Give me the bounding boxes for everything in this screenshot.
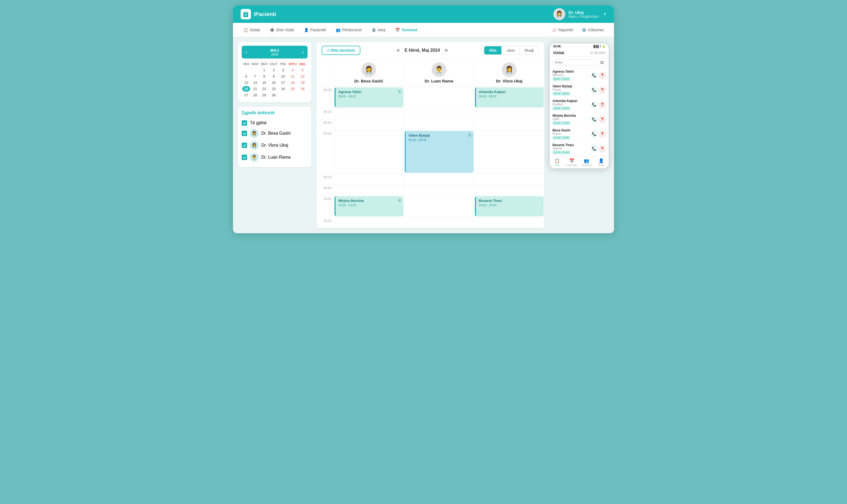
nav-item-terminet[interactable]: 📅 Terminet — [391, 26, 421, 34]
mini-calendar: ‹ MAJ 2024 › HEN MAR MER ENJT PR — [238, 42, 311, 102]
doctor-item-besa[interactable]: 👩‍⚕️ Dr. Besa Gashi — [242, 127, 308, 139]
cal-day-29[interactable]: 29 — [260, 92, 268, 98]
nav-item-arka[interactable]: 🏦 Arka — [368, 26, 390, 34]
nav-item-cilesimet[interactable]: ⚙️ Cilësimet — [578, 26, 608, 34]
calendar-next-button[interactable]: › — [302, 50, 304, 55]
appointment-valon[interactable]: Valon Bytyqi ☰ 09:00 - 09:40 — [405, 131, 473, 173]
mobile-call-button-4[interactable]: 📞 — [591, 116, 598, 123]
mobile-search-input[interactable] — [553, 59, 597, 65]
doctor-col-avatar-besa: 👩‍⚕️ — [361, 62, 376, 77]
cal-day-6[interactable]: 6 — [242, 73, 250, 79]
slot-luan-0900: Valon Bytyqi ☰ 09:00 - 09:40 — [404, 130, 474, 174]
cal-day-13[interactable]: 13 — [242, 80, 250, 86]
cal-day-11[interactable]: 11 — [287, 73, 298, 79]
cal-day-7[interactable]: 7 — [251, 73, 259, 79]
mobile-nav-kalendari[interactable]: 📅 Kalendari — [564, 157, 579, 168]
mobile-patient-info-4: Mirjeta Berisha Gjilan 11:00 – 11:20 — [553, 114, 591, 125]
mobile-patient-2: Valon Bytyqi Prizren 05:24 – 09:44 📞 📍 — [550, 83, 609, 97]
time-label-0840: 08:40 — [316, 120, 334, 130]
cal-day-1[interactable]: 1 — [260, 67, 268, 73]
cal-day-28[interactable]: 28 — [251, 92, 259, 98]
view-day-button[interactable]: Dita — [484, 46, 501, 54]
cal-day-14[interactable]: 14 — [251, 80, 259, 86]
checkbox-luan[interactable] — [242, 155, 247, 160]
appointment-arbenita[interactable]: Arbenita Kajtazi 08:00 - 08:20 — [475, 87, 544, 108]
prev-date-button[interactable]: < — [397, 48, 400, 53]
mobile-call-button-3[interactable]: 📞 — [591, 101, 598, 108]
calendar-prev-button[interactable]: ‹ — [246, 50, 247, 55]
cal-day-26[interactable]: 26 — [298, 86, 307, 92]
cal-day-18[interactable]: 18 — [287, 80, 298, 86]
cal-day-10[interactable]: 10 — [279, 73, 287, 79]
appointment-agnesa[interactable]: Agnesa Tahiri ☰ 08:00 - 08:20 — [335, 87, 403, 108]
mobile-location-button-5[interactable]: 📍 — [599, 131, 606, 138]
nav-item-shto-vizte[interactable]: ➕ Shto Vizitë — [266, 26, 298, 34]
cal-day-empty — [298, 92, 307, 98]
cal-day-9[interactable]: 9 — [269, 73, 279, 79]
cal-day-2[interactable]: 2 — [269, 67, 279, 73]
cal-day-24[interactable]: 24 — [279, 86, 287, 92]
cal-day-23[interactable]: 23 — [269, 86, 279, 92]
doctor-item-all[interactable]: Të gjithë — [242, 119, 308, 127]
add-appointment-button[interactable]: + Shto terminin — [322, 46, 360, 55]
cal-day-12[interactable]: 12 — [298, 73, 307, 79]
mobile-patient-info-1: Agnesa Tahiri Mitrovicë 09:44 – 09:04 — [553, 70, 591, 81]
nav-label-vizitat: Vizitat — [250, 28, 260, 32]
cal-day-21[interactable]: 21 — [251, 86, 259, 92]
view-month-button[interactable]: Muaji — [520, 46, 539, 54]
nav-item-perdoruesit[interactable]: 👥 Përdoruesit — [332, 26, 365, 34]
time-label-1000: 10:00 — [316, 196, 334, 217]
user-dropdown-arrow[interactable]: ▼ — [603, 12, 607, 16]
mobile-call-button-5[interactable]: 📞 — [591, 131, 598, 138]
mobile-location-button-4[interactable]: 📍 — [599, 116, 606, 123]
mobile-call-button-2[interactable]: 📞 — [591, 87, 598, 94]
cal-day-30[interactable]: 30 — [269, 92, 279, 98]
mobile-nav-profili[interactable]: 👤 Profili — [594, 157, 609, 168]
cal-day-22[interactable]: 22 — [260, 86, 268, 92]
appointment-menu-icon-agnesa[interactable]: ☰ — [398, 90, 401, 94]
doctor-select: Zgjedh doktorët Të gjithë 👩‍⚕️ Dr. Besa … — [238, 107, 311, 167]
appointment-mirjeta[interactable]: Mirjeta Berisha ☰ 10:00 - 10:20 — [335, 196, 403, 216]
appointment-menu-icon-valon[interactable]: ☰ — [468, 133, 471, 137]
mobile-location-button-3[interactable]: 📍 — [599, 101, 606, 108]
nav-item-vizitat[interactable]: 📋 Vizitat — [239, 26, 264, 34]
view-week-button[interactable]: Java — [502, 46, 520, 54]
appointment-besarta[interactable]: Besarta Thaci 10:00 - 10:20 — [475, 196, 544, 216]
mobile-nav-pacientet[interactable]: 👥 Pacientët — [579, 157, 594, 168]
time-row-0940: 09:40 — [316, 185, 544, 196]
checkbox-all[interactable] — [242, 120, 247, 126]
cal-day-25[interactable]: 25 — [287, 86, 298, 92]
next-date-button[interactable]: > — [445, 48, 448, 53]
mobile-call-button-6[interactable]: 📞 — [591, 145, 598, 152]
appointment-menu-icon-mirjeta[interactable]: ☰ — [398, 198, 401, 202]
mobile-location-button-2[interactable]: 📍 — [599, 87, 606, 94]
mobile-location-button-6[interactable]: 📍 — [599, 145, 606, 152]
mobile-patient-name-6: Besarta Thaci — [553, 143, 591, 147]
cal-day-4[interactable]: 4 — [287, 67, 298, 73]
cal-day-19[interactable]: 19 — [298, 80, 307, 86]
doctor-item-vlora[interactable]: 👩‍⚕️ Dr. Vlora Ukaj — [242, 139, 308, 151]
checkbox-vlora[interactable] — [242, 143, 247, 148]
calendar-week-4: 20 21 22 23 24 25 26 — [242, 86, 307, 92]
mobile-patient-name-1: Agnesa Tahiri — [553, 70, 591, 73]
cal-day-3[interactable]: 3 — [279, 67, 287, 73]
mobile-patient-info-6: Besarta Thaci Gjakovë 12:20 – 12:40 — [553, 143, 591, 154]
mobile-location-button-1[interactable]: 📍 — [599, 72, 606, 79]
cal-day-27[interactable]: 27 — [242, 92, 250, 98]
cal-day-17[interactable]: 17 — [279, 80, 287, 86]
cal-day-8[interactable]: 8 — [260, 73, 268, 79]
nav-item-raportet[interactable]: 📈 Raportet — [548, 26, 577, 34]
cal-day-15[interactable]: 15 — [260, 80, 268, 86]
nav-item-pacientet[interactable]: 👤 Pacientët — [300, 26, 330, 34]
mobile-scan-button[interactable]: ⊡ — [598, 58, 606, 66]
cal-day-16[interactable]: 16 — [269, 80, 279, 86]
cal-day-20-today[interactable]: 20 — [242, 86, 250, 92]
day-header-mar: MAR — [251, 62, 259, 67]
mobile-nav-sot[interactable]: 📋 Sot — [550, 157, 564, 168]
doctor-item-luan[interactable]: 👨‍⚕️ Dr. Luan Rama — [242, 151, 308, 163]
time-row-0840: 08:40 — [316, 120, 544, 130]
mobile-patient-name-5: Besa Gashi — [553, 128, 591, 132]
cal-day-5[interactable]: 5 — [298, 67, 307, 73]
mobile-call-button-1[interactable]: 📞 — [591, 72, 598, 79]
checkbox-besa[interactable] — [242, 131, 247, 136]
